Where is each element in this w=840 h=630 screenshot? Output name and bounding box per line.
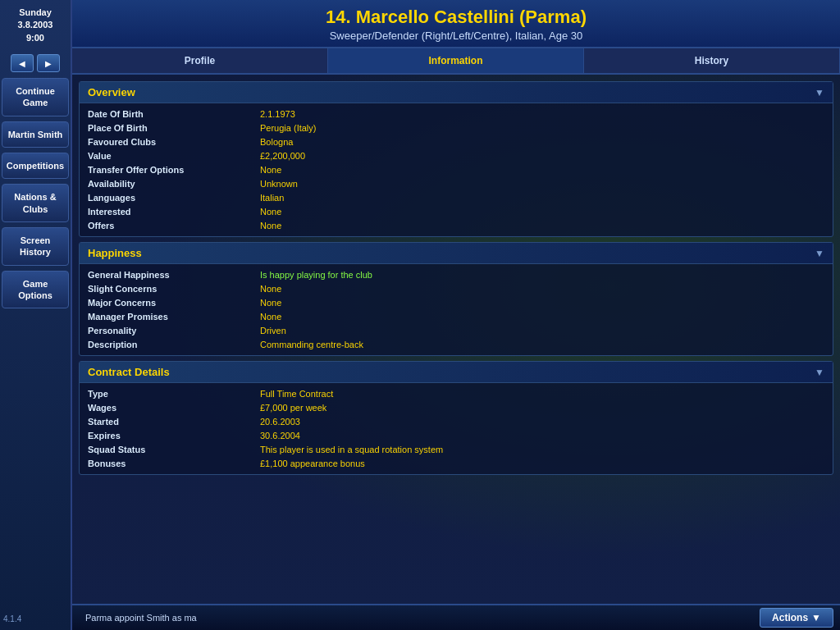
field-value: None: [260, 164, 824, 176]
content-area[interactable]: Overview ▼ Date Of Birth2.1.1973Place Of…: [72, 75, 840, 604]
field-value: £1,100 appearance bonus: [260, 458, 824, 469]
field-label: Availability: [88, 178, 260, 189]
field-label: Type: [88, 388, 260, 399]
competitions-button[interactable]: Competitions: [2, 153, 69, 179]
field-value: None: [260, 206, 824, 217]
field-value: 2.1.1973: [260, 108, 824, 120]
continue-game-button[interactable]: Continue Game: [2, 78, 69, 116]
screen-history-button[interactable]: Screen History: [2, 227, 69, 266]
status-text: Parma appoint Smith as ma: [79, 613, 753, 623]
field-value: Driven: [260, 325, 824, 336]
overview-collapse-icon[interactable]: ▼: [815, 87, 824, 98]
field-value: This player is used in a squad rotation …: [260, 444, 824, 455]
field-value: Is happy playing for the club: [260, 269, 824, 281]
manager-button[interactable]: Martin Smith: [2, 121, 69, 148]
player-title: 14. Marcello Castellini (Parma): [82, 7, 830, 28]
field-value: Commanding centre-back: [260, 339, 824, 350]
player-subtitle: Sweeper/Defender (Right/Left/Centre), It…: [82, 30, 830, 42]
contract-body: TypeFull Time ContractWages£7,000 per we…: [80, 383, 833, 474]
content-inner: Overview ▼ Date Of Birth2.1.1973Place Of…: [72, 75, 840, 486]
happiness-body: General HappinessIs happy playing for th…: [80, 264, 833, 355]
contract-collapse-icon[interactable]: ▼: [815, 367, 824, 378]
overview-body: Date Of Birth2.1.1973Place Of BirthPerug…: [80, 103, 833, 236]
happiness-title: Happiness: [88, 247, 142, 259]
version-label: 4.1.4: [3, 614, 21, 623]
field-value: £7,000 per week: [260, 402, 824, 413]
tab-history[interactable]: History: [584, 48, 840, 73]
actions-button[interactable]: Actions ▼: [760, 608, 833, 628]
field-label: Date Of Birth: [88, 108, 260, 120]
overview-header: Overview ▼: [80, 82, 833, 103]
contract-title: Contract Details: [88, 366, 170, 378]
tab-bar: Profile Information History: [72, 48, 840, 75]
field-label: Squad Status: [88, 444, 260, 455]
nav-forward-button[interactable]: ▶: [37, 54, 60, 72]
field-value: Perugia (Italy): [260, 122, 824, 134]
field-label: Value: [88, 150, 260, 162]
main-panel: 14. Marcello Castellini (Parma) Sweeper/…: [72, 0, 840, 630]
field-value: 20.6.2003: [260, 416, 824, 427]
field-value: £2,200,000: [260, 150, 824, 162]
field-label: Description: [88, 339, 260, 350]
contract-section: Contract Details ▼ TypeFull Time Contrac…: [79, 361, 833, 475]
field-value: 30.6.2004: [260, 430, 824, 441]
field-value: None: [260, 311, 824, 322]
field-label: Interested: [88, 206, 260, 217]
tab-information[interactable]: Information: [328, 48, 584, 73]
tab-profile[interactable]: Profile: [72, 48, 328, 73]
bottom-bar: Parma appoint Smith as ma Actions ▼: [72, 604, 840, 630]
field-label: Place Of Birth: [88, 122, 260, 134]
happiness-collapse-icon[interactable]: ▼: [815, 248, 824, 259]
field-label: General Happiness: [88, 269, 260, 281]
field-value: Full Time Contract: [260, 388, 824, 399]
nav-back-button[interactable]: ◀: [11, 54, 34, 72]
contract-header: Contract Details ▼: [80, 362, 833, 383]
field-value: None: [260, 220, 824, 231]
field-value: Bologna: [260, 136, 824, 148]
overview-section: Overview ▼ Date Of Birth2.1.1973Place Of…: [79, 81, 833, 237]
field-label: Personality: [88, 325, 260, 336]
field-value: Italian: [260, 192, 824, 203]
happiness-header: Happiness ▼: [80, 243, 833, 264]
field-value: Unknown: [260, 178, 824, 189]
date-display: Sunday 3.8.2003 9:00: [15, 0, 57, 51]
field-value: None: [260, 297, 824, 308]
date-time: 9:00: [18, 32, 53, 44]
nav-arrows: ◀ ▶: [11, 54, 60, 72]
happiness-section: Happiness ▼ General HappinessIs happy pl…: [79, 242, 833, 356]
player-header: 14. Marcello Castellini (Parma) Sweeper/…: [72, 0, 840, 48]
sidebar: Sunday 3.8.2003 9:00 ◀ ▶ Continue Game M…: [0, 0, 72, 630]
field-value: None: [260, 283, 824, 294]
game-options-button[interactable]: Game Options: [2, 271, 69, 309]
field-label: Started: [88, 416, 260, 427]
date-date: 3.8.2003: [18, 19, 53, 31]
overview-title: Overview: [88, 86, 135, 98]
field-label: Favoured Clubs: [88, 136, 260, 148]
field-label: Transfer Offer Options: [88, 164, 260, 176]
field-label: Wages: [88, 402, 260, 413]
field-label: Major Concerns: [88, 297, 260, 308]
field-label: Offers: [88, 220, 260, 231]
field-label: Languages: [88, 192, 260, 203]
field-label: Bonuses: [88, 458, 260, 469]
field-label: Expires: [88, 430, 260, 441]
field-label: Slight Concerns: [88, 283, 260, 294]
nations-clubs-button[interactable]: Nations & Clubs: [2, 184, 69, 222]
field-label: Manager Promises: [88, 311, 260, 322]
date-day: Sunday: [18, 7, 53, 19]
